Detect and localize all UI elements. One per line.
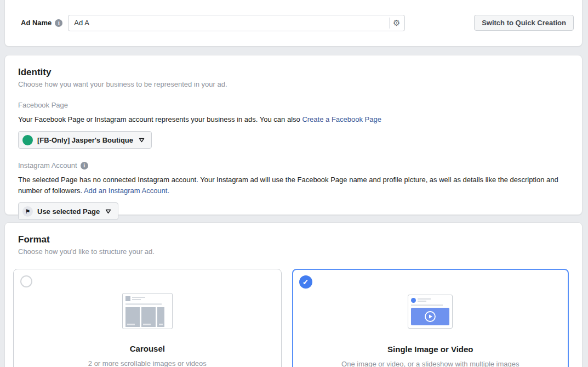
format-title: Format xyxy=(18,234,569,245)
mini-text-bar xyxy=(411,304,443,306)
gear-icon[interactable]: ⚙ xyxy=(393,19,400,27)
carousel-thumbnail xyxy=(122,291,173,331)
single-illustration xyxy=(408,295,453,329)
radio-unselected-icon[interactable] xyxy=(20,275,32,287)
chevron-down-icon xyxy=(139,138,145,143)
input-divider xyxy=(389,18,390,29)
facebook-page-label: Facebook Page xyxy=(18,101,569,109)
video-placeholder xyxy=(411,308,449,325)
identity-subtitle: Choose how you want your business to be … xyxy=(18,80,569,88)
carousel-illustration-header xyxy=(125,296,169,301)
single-option-title: Single Image or Video xyxy=(387,345,473,354)
single-option-subtitle: One image or video, or a slideshow with … xyxy=(341,360,519,367)
mini-avatar xyxy=(411,298,416,303)
carousel-option-title: Carousel xyxy=(130,344,165,353)
instagram-account-selector[interactable]: ⚑ Use selected Page xyxy=(18,202,118,220)
mini-text-lines xyxy=(418,298,431,303)
page-avatar xyxy=(22,135,33,145)
info-icon[interactable]: i xyxy=(81,162,88,170)
mini-text-bar xyxy=(125,303,162,305)
carousel-panels xyxy=(125,307,169,327)
carousel-option-subtitle: 2 or more scrollable images or videos xyxy=(88,359,207,367)
ads-manager-page: Ad Name i ⚙ Switch to Quick Creation Ide… xyxy=(0,0,588,367)
instagram-account-label-text: Instagram Account xyxy=(18,161,77,170)
ad-name-label: Ad Name xyxy=(21,19,52,27)
carousel-illustration xyxy=(122,293,173,329)
ad-name-input-wrap: ⚙ xyxy=(68,15,405,31)
info-icon[interactable]: i xyxy=(55,19,62,27)
format-options: Carousel 2 or more scrollable images or … xyxy=(13,269,569,367)
ad-name-row: Ad Name i ⚙ Switch to Quick Creation xyxy=(21,0,574,46)
facebook-page-label-text: Facebook Page xyxy=(18,101,68,109)
instagram-account-label: Instagram Account i xyxy=(18,161,569,170)
mini-avatar xyxy=(125,296,130,301)
format-option-carousel[interactable]: Carousel 2 or more scrollable images or … xyxy=(13,269,282,367)
mini-text-lines xyxy=(132,296,145,301)
facebook-page-selected-value: [FB-Only] Jasper's Boutique xyxy=(37,136,133,144)
facebook-page-description: Your Facebook Page or Instagram account … xyxy=(18,114,569,125)
facebook-page-selector[interactable]: [FB-Only] Jasper's Boutique xyxy=(18,131,152,149)
play-icon xyxy=(424,310,436,323)
identity-title: Identity xyxy=(18,67,569,78)
check-icon[interactable]: ✓ xyxy=(299,275,312,289)
instagram-account-selected-value: Use selected Page xyxy=(37,207,100,216)
format-section: Format Choose how you'd like to structur… xyxy=(4,222,583,367)
single-illustration-header xyxy=(411,298,449,303)
add-instagram-account-link[interactable]: Add an Instagram Account. xyxy=(84,187,169,195)
ad-name-card: Ad Name i ⚙ Switch to Quick Creation xyxy=(4,0,583,47)
single-thumbnail xyxy=(408,292,453,331)
instagram-account-description: The selected Page has no connected Insta… xyxy=(18,174,569,196)
chevron-down-icon xyxy=(105,209,111,214)
create-facebook-page-link[interactable]: Create a Facebook Page xyxy=(302,115,381,123)
switch-to-quick-creation-button[interactable]: Switch to Quick Creation xyxy=(474,15,574,31)
facebook-page-description-text: Your Facebook Page or Instagram account … xyxy=(18,115,302,123)
ad-name-input[interactable] xyxy=(74,19,387,27)
flag-icon: ⚑ xyxy=(22,206,33,217)
format-option-single-image-or-video[interactable]: ✓ xyxy=(292,269,569,367)
format-subtitle: Choose how you'd like to structure your … xyxy=(18,247,569,256)
identity-section: Identity Choose how you want your busine… xyxy=(4,55,583,215)
